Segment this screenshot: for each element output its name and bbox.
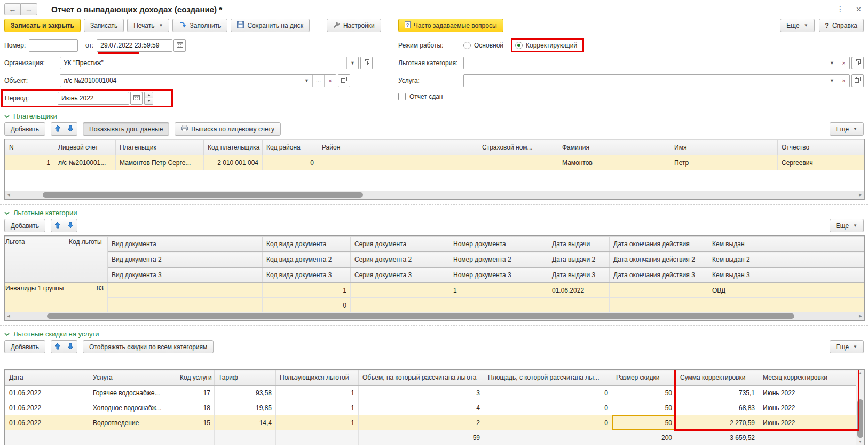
dropdown-button[interactable]: ▼ [301, 75, 312, 87]
move-up-button[interactable] [51, 340, 64, 353]
table-cell[interactable]: 68,83 [676, 400, 759, 415]
dropdown-button[interactable]: ▼ [826, 57, 838, 69]
table-cell[interactable]: 4 [359, 400, 484, 415]
table-cell[interactable]: 2 270,59 [676, 415, 759, 430]
horizontal-scrollbar[interactable]: ◀ ▶ [5, 191, 864, 199]
column-header[interactable]: Код района [263, 140, 318, 155]
table-cell[interactable]: Июнь 2022 [759, 415, 858, 430]
column-header[interactable]: Код вида документа [263, 237, 351, 252]
column-header[interactable]: Дата окончания действия 2 [610, 252, 708, 268]
column-header[interactable]: Услуга [89, 370, 176, 386]
more-button[interactable]: Еще▼ [780, 19, 814, 32]
report-submitted-checkbox[interactable]: Отчет сдан [398, 91, 864, 102]
organization-input[interactable] [60, 57, 346, 69]
table-cell[interactable]: 1 [5, 155, 54, 170]
column-header[interactable]: Дата выдачи 2 [548, 252, 610, 268]
radio-main[interactable]: Основной [463, 42, 503, 49]
date-input[interactable] [97, 40, 172, 51]
column-header[interactable]: Плательщик [116, 140, 204, 155]
account-statement-button[interactable]: Выписка по лицевому счету [175, 122, 281, 136]
print-button[interactable]: Печать▼ [127, 19, 169, 32]
forward-button[interactable]: → [21, 3, 37, 15]
table-cell[interactable]: 3 659,52 [676, 430, 759, 445]
table-cell[interactable]: Водоотведение [89, 415, 176, 430]
table-cell[interactable]: Мамонтов Петр Серге... [116, 155, 204, 170]
column-header[interactable]: Сумма корректировки [676, 370, 759, 386]
column-header[interactable]: Имя [670, 140, 778, 155]
column-header[interactable]: Размер скидки [612, 370, 676, 386]
table-row[interactable]: 01.06.2022Горячее водоснабже...1793,5813… [5, 386, 858, 400]
table-cell[interactable]: 17 [176, 386, 215, 400]
table-cell[interactable]: 0 [484, 415, 612, 430]
move-up-button[interactable] [51, 122, 64, 136]
column-header[interactable]: Кем выдан [708, 237, 865, 252]
kebab-menu-icon[interactable]: ⋮ [837, 5, 844, 13]
column-header[interactable]: Отчество [778, 140, 865, 155]
table-cell[interactable]: 83 [65, 283, 108, 313]
table-cell[interactable]: 18 [176, 400, 215, 415]
settings-button[interactable]: Настройки [327, 19, 381, 32]
table-cell[interactable] [108, 283, 263, 298]
close-icon[interactable]: ✕ [856, 5, 862, 13]
table-cell[interactable]: 0 [484, 386, 612, 400]
move-down-button[interactable] [64, 340, 77, 353]
table-cell[interactable]: 01.06.2022 [548, 283, 610, 298]
scroll-right-icon[interactable]: ▶ [857, 312, 864, 320]
scroll-right-icon[interactable]: ▶ [857, 191, 864, 199]
table-row[interactable]: Инвалиды 1 группы831101.06.2022ОВД [5, 283, 865, 298]
scroll-up-icon[interactable]: ▲ [856, 370, 864, 376]
table-cell[interactable]: 93,58 [215, 386, 276, 400]
period-input[interactable] [58, 92, 129, 104]
table-cell[interactable] [759, 430, 858, 445]
radio-correcting[interactable]: Корректирующий [515, 42, 577, 49]
more-button[interactable]: Еще▼ [830, 122, 864, 136]
table-row[interactable]: 01.06.2022Водоотведение1514,4120502 270,… [5, 415, 858, 430]
table-cell[interactable]: 15 [176, 415, 215, 430]
open-button[interactable] [851, 57, 864, 69]
table-cell[interactable] [484, 430, 612, 445]
column-header[interactable]: Код услуги [176, 370, 215, 386]
object-input[interactable] [60, 75, 301, 87]
column-header[interactable]: Дата окончания действия 3 [610, 268, 708, 283]
column-header[interactable]: Код плательщика [204, 140, 263, 155]
table-cell[interactable] [276, 430, 359, 445]
column-header[interactable]: Вид документа [108, 237, 263, 252]
table-cell[interactable]: Июнь 2022 [759, 400, 858, 415]
column-header[interactable]: Объем, на который рассчитана льгота [359, 370, 484, 386]
table-row[interactable]: 0 [5, 298, 865, 313]
table-cell[interactable] [449, 298, 548, 313]
fill-button[interactable]: Заполнить [172, 19, 227, 32]
table-cell[interactable]: 1 [276, 386, 359, 400]
vertical-scrollbar[interactable]: ▲ ▼ [856, 370, 864, 445]
column-header[interactable]: Дата выдачи 3 [548, 268, 610, 283]
table-cell[interactable]: 59 [359, 430, 484, 445]
save-to-disk-button[interactable]: Сохранить на диск [231, 19, 310, 32]
table-cell[interactable] [176, 430, 215, 445]
scrollbar-thumb[interactable] [857, 399, 863, 438]
table-cell[interactable] [610, 283, 708, 298]
calendar-button[interactable] [130, 92, 143, 105]
section-payers-header[interactable]: Плательщики [0, 111, 868, 121]
column-header[interactable]: Месяц корректировки [759, 370, 858, 386]
table-cell[interactable]: Инвалиды 1 группы [5, 283, 65, 313]
move-up-button[interactable] [51, 219, 64, 232]
table-cell[interactable] [318, 155, 478, 170]
save-and-close-button[interactable]: Записать и закрыть [4, 19, 81, 32]
table-cell[interactable]: 0 [263, 298, 351, 313]
column-header[interactable]: Номер документа [449, 237, 548, 252]
table-cell[interactable]: 1 [449, 283, 548, 298]
column-header[interactable]: Вид документа 2 [108, 252, 263, 268]
table-cell[interactable]: 0 [484, 400, 612, 415]
show-extra-data-button[interactable]: Показывать доп. данные [83, 122, 169, 136]
ellipsis-button[interactable]: … [312, 75, 324, 87]
step-up-button[interactable] [144, 92, 153, 98]
table-cell[interactable] [351, 298, 449, 313]
column-header[interactable]: Код вида документа 3 [263, 268, 351, 283]
move-down-button[interactable] [64, 219, 77, 232]
add-button[interactable]: Добавить [4, 219, 45, 232]
table-cell[interactable]: Июнь 2022 [759, 386, 858, 400]
column-header[interactable]: Номер документа 2 [449, 252, 548, 268]
scroll-down-icon[interactable]: ▼ [856, 438, 864, 445]
table-cell[interactable]: 50 [612, 386, 676, 400]
table-cell[interactable]: ОВД [708, 283, 865, 298]
